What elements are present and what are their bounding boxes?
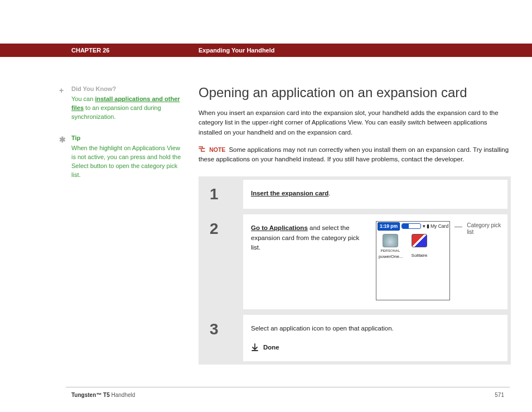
intro-paragraph: When you insert an expansion card into t… xyxy=(199,108,511,137)
dyk-pre: You can xyxy=(71,95,95,102)
did-you-know-block: + Did You Know? You can install applicat… xyxy=(56,85,184,122)
palm-progress xyxy=(402,223,421,229)
app-solitaire[interactable]: Solitaire xyxy=(408,234,431,296)
product-name: Tungsten™ T5 Handheld xyxy=(71,392,135,398)
dyk-heading: Did You Know? xyxy=(71,85,184,94)
tip-text: When the highlight on Applications View … xyxy=(71,144,184,180)
chapter-label: CHAPTER 26 xyxy=(71,47,199,54)
tip-heading: Tip xyxy=(71,134,184,143)
page-number: 571 xyxy=(495,392,504,398)
palm-time: 1:19 pm xyxy=(378,222,400,231)
step-text: Go to Applications and select the expans… xyxy=(251,223,368,252)
callout xyxy=(454,221,462,227)
step-2: 2 Go to Applications and select the expa… xyxy=(202,214,507,309)
app-icon xyxy=(412,234,427,247)
app-subtitle: PERSONAL xyxy=(379,248,402,253)
note-text: Some applications may not run correctly … xyxy=(199,146,509,162)
screenshot-wrap: 1:19 pm ▾ ▮ My Card xyxy=(376,221,503,300)
callout-label: Category pick list xyxy=(467,222,502,236)
chevron-down-icon: ▾ xyxy=(423,223,425,230)
step-text: Select an application icon to open that … xyxy=(251,324,500,352)
product-rest: Handheld xyxy=(110,392,136,398)
asterisk-icon: ✱ xyxy=(59,134,66,145)
tip-block: ✱ Tip When the highlight on Applications… xyxy=(56,134,184,180)
palm-titlebar: 1:19 pm ▾ ▮ My Card xyxy=(376,222,449,231)
step-content: Go to Applications and select the expans… xyxy=(243,214,507,309)
step-content: Select an application icon to open that … xyxy=(243,315,507,361)
note-label: NOTE xyxy=(209,146,225,153)
chapter-header: CHAPTER 26 Expanding Your Handheld xyxy=(0,44,532,57)
sidebar: + Did You Know? You can install applicat… xyxy=(56,85,184,365)
step-post: . xyxy=(328,190,330,197)
done-row: Done xyxy=(251,343,500,352)
step-content: Insert the expansion card. xyxy=(243,180,507,209)
callout-line xyxy=(454,227,462,227)
steps-container: 1 Insert the expansion card. 2 Go to App… xyxy=(199,176,511,365)
app-powerone[interactable]: PERSONAL powerOne... xyxy=(379,234,402,296)
chapter-title: Expanding Your Handheld xyxy=(199,47,275,54)
plus-icon: + xyxy=(59,85,64,96)
step-3: 3 Select an application icon to open tha… xyxy=(202,315,507,361)
step-number: 2 xyxy=(202,214,243,309)
product-bold: Tungsten™ T5 xyxy=(71,392,110,398)
palm-screenshot: 1:19 pm ▾ ▮ My Card xyxy=(376,221,450,300)
down-arrow-icon xyxy=(251,343,259,351)
app-subtitle xyxy=(408,248,431,252)
step-link[interactable]: Go to Applications xyxy=(251,224,308,231)
category-picklist[interactable]: ▾ ▮ My Card xyxy=(423,223,448,230)
step-1: 1 Insert the expansion card. xyxy=(202,180,507,209)
palm-apps: PERSONAL powerOne... Solitaire xyxy=(376,231,449,300)
category-label: My Card xyxy=(431,223,448,230)
page-heading: Opening an application on an expansion c… xyxy=(199,85,511,100)
step-text: Insert the expansion card. xyxy=(251,189,500,198)
card-icon: ▮ xyxy=(427,223,429,230)
step-number: 1 xyxy=(202,180,243,209)
app-label: powerOne... xyxy=(379,253,402,260)
page-footer: Tungsten™ T5 Handheld 571 xyxy=(66,387,510,412)
step-instruction: Select an application icon to open that … xyxy=(251,325,394,332)
note-icon xyxy=(199,146,207,153)
dyk-text: You can install applications and other f… xyxy=(71,95,184,122)
main-content: Opening an application on an expansion c… xyxy=(199,85,511,365)
step-number: 3 xyxy=(202,315,243,361)
note-paragraph: NOTESome applications may not run correc… xyxy=(199,145,511,165)
dyk-post: to an expansion card during synchronizat… xyxy=(71,104,161,120)
app-icon xyxy=(383,234,398,247)
app-label: Solitaire xyxy=(408,252,431,259)
done-label: Done xyxy=(263,343,279,352)
step-link[interactable]: Insert the expansion card xyxy=(251,190,328,197)
